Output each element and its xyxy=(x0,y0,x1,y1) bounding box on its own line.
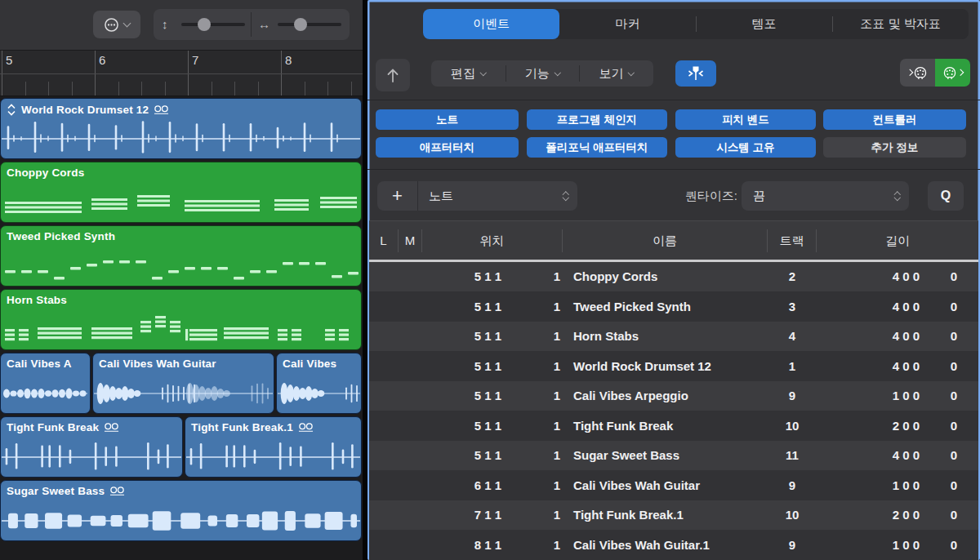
menu-label: 기능 xyxy=(525,66,550,82)
bar-ruler[interactable]: 5 6 7 8 xyxy=(0,51,363,96)
quantize-value: 끔 xyxy=(742,189,895,204)
chevron-right-icon xyxy=(957,69,964,76)
ruler-bar-number: 6 xyxy=(99,53,105,67)
region-tweed-picked-synth[interactable]: Tweed Picked Synth xyxy=(0,225,362,287)
event-row[interactable]: 5 1 11Tight Funk Break102 0 00 xyxy=(369,411,978,441)
chevron-down-icon xyxy=(123,20,131,28)
zoom-slider-panel: ↕ ↔ xyxy=(154,9,350,40)
horizontal-zoom-thumb[interactable] xyxy=(294,18,307,31)
filter-notes-button[interactable]: 노트 xyxy=(376,109,519,130)
filter-controller-button[interactable]: 컨트롤러 xyxy=(823,109,966,130)
region-horn-stabs[interactable]: Horn Stabs xyxy=(0,289,362,350)
vertical-zoom-slider[interactable] xyxy=(181,23,245,26)
stepper-icon xyxy=(895,193,900,200)
region-cali-vibes[interactable]: Cali Vibes xyxy=(276,353,362,414)
local-menu-bar: 편집 기능 보기 xyxy=(431,60,653,87)
more-options-button[interactable] xyxy=(93,11,140,38)
waveform xyxy=(278,375,360,412)
tab-marker[interactable]: 마커 xyxy=(559,9,696,39)
chevron-right-icon xyxy=(906,69,913,76)
menu-view[interactable]: 보기 xyxy=(579,60,653,87)
event-row[interactable]: 5 1 11Horn Stabs44 0 00 xyxy=(369,322,978,352)
add-event-button[interactable]: + xyxy=(377,181,418,211)
tab-event[interactable]: 이벤트 xyxy=(423,9,559,39)
col-length: 길이 xyxy=(817,229,978,252)
tab-tempo[interactable]: 템포 xyxy=(696,9,832,39)
region-sugar-sweet-bass[interactable]: Sugar Sweet Bass xyxy=(0,480,362,541)
filter-aftertouch-button[interactable]: 애프터터치 xyxy=(376,137,519,158)
vertical-zoom-thumb[interactable] xyxy=(198,18,211,31)
event-row[interactable]: 7 1 11Tight Funk Break.1102 0 00 xyxy=(369,500,978,531)
transpose-follow-icon xyxy=(7,103,16,117)
divider xyxy=(251,12,252,37)
region-cali-vibes-wah-guitar[interactable]: Cali Vibes Wah Guitar xyxy=(92,353,274,414)
midi-notes xyxy=(2,162,360,222)
col-link: L xyxy=(369,229,399,252)
col-position: 위치 xyxy=(422,229,563,252)
event-row[interactable]: 5 1 11Sugar Sweet Bass114 0 00 xyxy=(369,441,978,471)
menu-label: 편집 xyxy=(451,66,475,82)
event-row[interactable]: 6 1 11Cali Vibes Wah Guitar91 0 00 xyxy=(369,470,978,500)
col-mute: M xyxy=(399,229,422,252)
menu-edit[interactable]: 편집 xyxy=(431,60,506,87)
editor-tabbar: 이벤트 마커 템포 조표 및 박자표 xyxy=(423,9,969,39)
apple-loop-icon xyxy=(109,486,125,496)
event-row[interactable]: 8 1 11Cali Vibes Wah Guitar.191 0 00 xyxy=(369,530,978,560)
midi-in-button[interactable] xyxy=(935,59,970,87)
horizontal-zoom-slider[interactable] xyxy=(278,23,341,26)
catch-playhead-button[interactable] xyxy=(675,60,716,87)
event-type-value: 노트 xyxy=(418,189,564,204)
filter-program-change-button[interactable]: 프로그램 체인지 xyxy=(527,109,667,130)
event-row[interactable]: 5 1 11Tweed Picked Synth34 0 00 xyxy=(369,291,978,322)
add-event-control: + 노트 xyxy=(377,181,577,211)
quantize-apply-button[interactable]: Q xyxy=(928,181,964,211)
filter-poly-aftertouch-button[interactable]: 폴리포닉 애프터터치 xyxy=(527,137,667,158)
midi-din-icon xyxy=(942,66,957,80)
midi-io-buttons xyxy=(900,59,970,87)
midi-notes xyxy=(2,226,360,286)
chevron-down-icon xyxy=(555,69,561,76)
event-row[interactable]: 5 1 11Cali Vibes Arpeggio91 0 00 xyxy=(369,381,978,411)
region-tight-funk-break-1[interactable]: Tight Funk Break.1 xyxy=(185,416,362,478)
chevron-down-icon xyxy=(480,69,487,76)
track-lane: World Rock Drumset 12 xyxy=(0,98,362,159)
menu-functions[interactable]: 기능 xyxy=(506,60,580,87)
arrow-up-icon xyxy=(385,65,401,85)
go-up-level-button[interactable] xyxy=(376,59,410,91)
region-cali-vibes-a[interactable]: Cali Vibes A xyxy=(0,353,91,414)
waveform xyxy=(2,375,89,412)
ruler-separator xyxy=(0,73,363,74)
quantize-select[interactable]: 끔 xyxy=(742,181,909,211)
ellipsis-circle-icon xyxy=(104,17,119,33)
filter-sysex-button[interactable]: 시스템 고유 xyxy=(675,137,816,158)
event-row[interactable]: 5 1 11World Rock Drumset 1214 0 00 xyxy=(369,351,978,381)
waveform xyxy=(2,502,360,540)
filter-pitch-bend-button[interactable]: 피치 벤드 xyxy=(675,109,816,130)
midi-din-icon xyxy=(913,66,928,80)
stepper-icon[interactable] xyxy=(564,193,568,200)
tracks-area: ↕ ↔ 5 6 7 8 xyxy=(0,0,363,560)
region-label: Tight Funk Break xyxy=(7,421,99,433)
logic-pro-window: ↕ ↔ 5 6 7 8 xyxy=(0,0,980,560)
waveform xyxy=(2,438,181,476)
ruler-bar-number: 7 xyxy=(192,53,198,67)
midi-out-button[interactable] xyxy=(900,59,935,87)
vertical-zoom-icon: ↕ xyxy=(162,9,168,40)
region-world-rock-drumset-12[interactable]: World Rock Drumset 12 xyxy=(0,98,362,159)
region-choppy-cords[interactable]: Choppy Cords xyxy=(0,162,362,223)
apple-loop-icon xyxy=(154,104,169,115)
tracks-toolbar: ↕ ↔ xyxy=(0,0,363,51)
region-tight-funk-break[interactable]: Tight Funk Break xyxy=(0,416,183,478)
chevron-down-icon xyxy=(628,69,635,76)
region-label: Tight Funk Break.1 xyxy=(191,421,293,433)
waveform xyxy=(2,120,360,158)
catch-playhead-icon xyxy=(686,64,706,82)
region-label: Cali Vibes A xyxy=(7,358,72,370)
horizontal-zoom-icon: ↔ xyxy=(258,9,270,40)
filter-additional-info-button[interactable]: 추가 정보 xyxy=(823,137,966,158)
tab-signature[interactable]: 조표 및 박자표 xyxy=(832,9,969,39)
event-row[interactable]: 5 1 11Choppy Cords24 0 00 xyxy=(369,262,978,292)
apple-loop-icon xyxy=(104,422,119,433)
track-lane: Choppy Cords xyxy=(0,162,362,223)
track-lane: Cali Vibes A Cali Vibes Wah Guitar Cali … xyxy=(0,353,362,414)
